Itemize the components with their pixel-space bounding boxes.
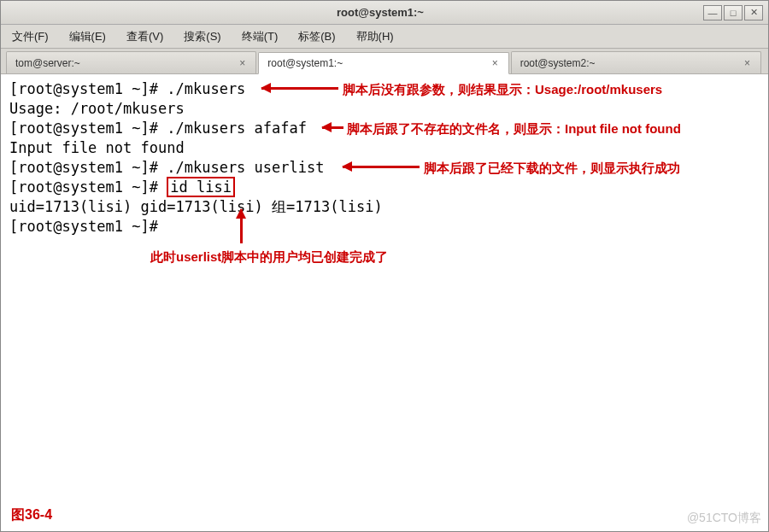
menu-tabs[interactable]: 标签(B) — [294, 26, 339, 47]
annotation-not-found: 脚本后跟了不存在的文件名，则显示：Input file not found — [347, 119, 681, 138]
close-icon[interactable]: × — [490, 57, 500, 69]
watermark: @51CTO博客 — [687, 508, 761, 528]
terminal-area[interactable]: [root@system1 ~]# ./mkusers Usage: /root… — [1, 74, 768, 531]
menu-view[interactable]: 查看(V) — [122, 26, 167, 47]
tab-label: root@system1:~ — [267, 57, 343, 69]
tab-label: root@system2:~ — [520, 57, 596, 69]
menu-help[interactable]: 帮助(H) — [352, 26, 398, 47]
terminal-line: Usage: /root/mkusers — [9, 99, 760, 119]
terminal-line: [root@system1 ~]# — [9, 217, 760, 237]
titlebar: root@system1:~ — □ ✕ — [1, 1, 768, 25]
tab-root-system2[interactable]: root@system2:~ × — [511, 51, 761, 73]
menu-terminal[interactable]: 终端(T) — [238, 26, 283, 47]
highlighted-command: id lisi — [167, 177, 235, 197]
figure-label: 图36-4 — [11, 505, 52, 524]
window-title: root@system1:~ — [57, 6, 703, 19]
menu-search[interactable]: 搜索(S) — [179, 26, 225, 47]
tab-tom-server[interactable]: tom@server:~ × — [6, 51, 256, 73]
menubar: 文件(F) 编辑(E) 查看(V) 搜索(S) 终端(T) 标签(B) 帮助(H… — [1, 25, 768, 49]
tab-label: tom@server:~ — [15, 57, 80, 69]
close-icon[interactable]: × — [238, 57, 247, 69]
terminal-line: [root@system1 ~]# id lisi — [9, 178, 760, 197]
close-icon[interactable]: × — [743, 57, 752, 69]
menu-edit[interactable]: 编辑(E) — [65, 26, 110, 47]
arrow-icon — [261, 87, 338, 90]
arrow-icon — [240, 209, 243, 243]
terminal-line: uid=1713(lisi) gid=1713(lisi) 组=1713(lis… — [9, 197, 760, 217]
menu-file[interactable]: 文件(F) — [8, 26, 53, 47]
tab-root-system1[interactable]: root@system1:~ × — [258, 52, 508, 74]
terminal-line: Input file not found — [9, 138, 760, 158]
minimize-button[interactable]: — — [703, 5, 722, 20]
annotation-users-created: 此时userlist脚本中的用户均已创建完成了 — [150, 247, 388, 266]
arrow-icon — [322, 126, 343, 129]
close-button[interactable]: ✕ — [744, 5, 763, 20]
annotation-success: 脚本后跟了已经下载的文件，则显示执行成功 — [424, 158, 680, 178]
annotation-no-args: 脚本后没有跟参数，则结果显示：Usage:/root/mkusers — [343, 79, 662, 99]
arrow-icon — [343, 166, 420, 168]
tabbar: tom@server:~ × root@system1:~ × root@sys… — [1, 49, 768, 74]
maximize-button[interactable]: □ — [724, 5, 743, 20]
